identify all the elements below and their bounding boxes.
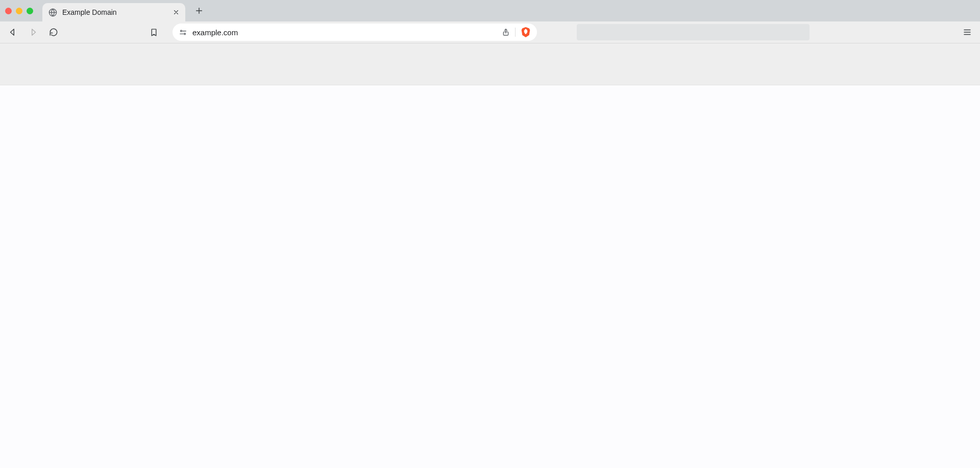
window-close-button[interactable] bbox=[5, 8, 12, 14]
share-icon[interactable] bbox=[502, 28, 510, 36]
divider bbox=[515, 28, 516, 37]
address-bar[interactable]: example.com bbox=[173, 24, 537, 41]
site-settings-icon[interactable] bbox=[179, 28, 187, 37]
reload-button[interactable] bbox=[45, 24, 62, 41]
secondary-bar bbox=[0, 43, 980, 85]
url-text: example.com bbox=[192, 28, 497, 37]
back-button[interactable] bbox=[4, 24, 21, 41]
page-content bbox=[0, 85, 980, 468]
tab-title: Example Domain bbox=[62, 8, 168, 16]
close-tab-button[interactable] bbox=[173, 9, 179, 15]
toolbar: example.com bbox=[0, 21, 980, 43]
tab-strip: Example Domain bbox=[0, 0, 980, 21]
browser-tab[interactable]: Example Domain bbox=[42, 3, 185, 21]
bookmark-button[interactable] bbox=[145, 24, 162, 41]
forward-button[interactable] bbox=[24, 24, 42, 41]
globe-icon bbox=[48, 8, 57, 17]
window-controls bbox=[5, 8, 33, 14]
app-menu-button[interactable] bbox=[959, 24, 976, 41]
brave-shields-icon[interactable] bbox=[521, 27, 531, 38]
svg-point-1 bbox=[181, 30, 182, 32]
redacted-region bbox=[577, 24, 810, 40]
svg-point-2 bbox=[184, 33, 186, 34]
window-minimize-button[interactable] bbox=[16, 8, 22, 14]
window-maximize-button[interactable] bbox=[27, 8, 33, 14]
new-tab-button[interactable] bbox=[191, 3, 207, 18]
